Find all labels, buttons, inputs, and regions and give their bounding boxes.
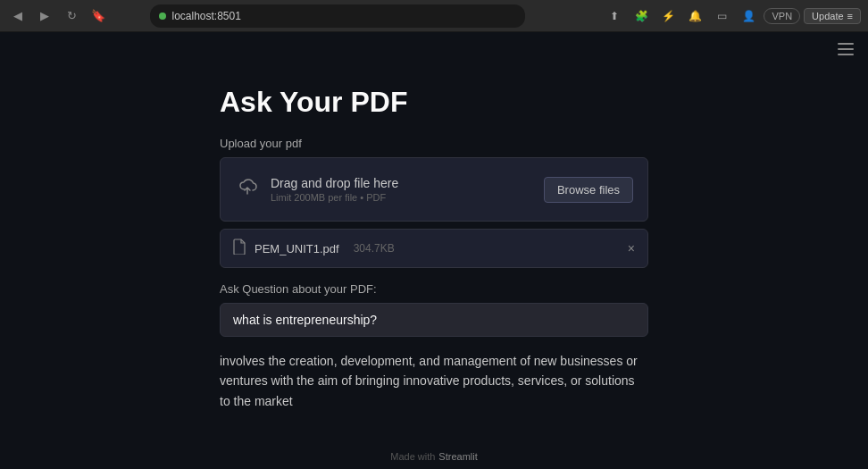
hamburger-line-2 <box>838 48 854 50</box>
question-input[interactable] <box>220 303 648 337</box>
page-title: Ask Your PDF <box>220 86 648 119</box>
bookmark-button[interactable]: 🔖 <box>88 5 109 27</box>
refresh-button[interactable]: ↻ <box>61 5 82 27</box>
upload-label: Upload your pdf <box>220 137 648 150</box>
browse-files-button[interactable]: Browse files <box>544 177 633 203</box>
browser-right-icons: ⬆ 🧩 ⚡ 🔔 ▭ 👤 VPN Update ≡ <box>603 4 861 28</box>
back-button[interactable]: ◀ <box>7 5 29 27</box>
footer-link[interactable]: Streamlit <box>438 451 477 462</box>
address-text: localhost:8501 <box>171 10 240 22</box>
upload-zone[interactable]: Drag and drop file here Limit 200MB per … <box>220 157 648 222</box>
profile-icon[interactable]: 👤 <box>737 4 760 28</box>
file-name: PEM_UNIT1.pdf <box>255 242 339 255</box>
update-button[interactable]: Update ≡ <box>804 8 861 24</box>
file-left: PEM_UNIT1.pdf 304.7KB <box>233 239 395 258</box>
hamburger-menu[interactable] <box>838 43 854 55</box>
forward-button[interactable]: ▶ <box>34 5 55 27</box>
file-size: 304.7KB <box>354 242 395 255</box>
hamburger-line-3 <box>838 54 854 55</box>
share-icon[interactable]: ⬆ <box>603 4 626 28</box>
upload-icon <box>235 176 260 203</box>
security-indicator <box>159 13 166 20</box>
extension-icon-2[interactable]: ⚡ <box>656 4 680 28</box>
hamburger-line-1 <box>838 43 854 45</box>
update-label: Update <box>812 11 843 21</box>
app-container: Ask Your PDF Upload your pdf Drag and dr… <box>0 32 868 469</box>
footer-prefix: Made with <box>390 451 435 462</box>
question-label: Ask Question about your PDF: <box>220 282 648 296</box>
sidebar-icon[interactable]: ▭ <box>710 4 733 28</box>
drag-drop-text: Drag and drop file here <box>271 176 398 190</box>
notifications-icon[interactable]: 🔔 <box>683 4 706 28</box>
main-content: Ask Your PDF Upload your pdf Drag and dr… <box>220 32 648 447</box>
browser-chrome: ◀ ▶ ↻ 🔖 localhost:8501 ⬆ 🧩 ⚡ 🔔 ▭ 👤 VPN U… <box>0 0 868 32</box>
upload-left: Drag and drop file here Limit 200MB per … <box>235 176 398 203</box>
file-limit-text: Limit 200MB per file • PDF <box>271 192 398 203</box>
file-remove-button[interactable]: × <box>628 242 635 255</box>
file-icon <box>233 239 246 258</box>
extension-icon-1[interactable]: 🧩 <box>630 4 653 28</box>
vpn-label: VPN <box>772 11 792 21</box>
footer: Made with Streamlit <box>390 451 478 462</box>
answer-text: involves the creation, development, and … <box>220 351 648 411</box>
address-bar[interactable]: localhost:8501 <box>150 4 525 28</box>
upload-text-block: Drag and drop file here Limit 200MB per … <box>271 176 398 203</box>
menu-icon: ≡ <box>847 11 853 21</box>
vpn-badge[interactable]: VPN <box>764 8 800 24</box>
file-item: PEM_UNIT1.pdf 304.7KB × <box>220 229 648 268</box>
